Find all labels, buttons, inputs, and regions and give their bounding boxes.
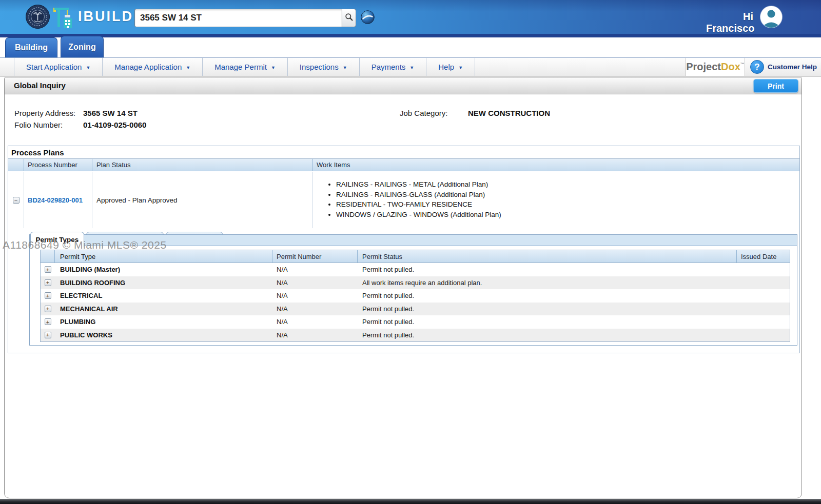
menu-label: Manage Application <box>114 63 182 71</box>
trademark-mark: ™ <box>740 62 745 67</box>
job-category-value: NEW CONSTRUCTION <box>468 109 550 117</box>
issued-date <box>737 303 790 316</box>
permit-row-building-roofing: BUILDING ROOFING N/A All work items requ… <box>41 276 790 290</box>
job-category-label: Job Category: <box>400 109 447 117</box>
permit-row-public-works: PUBLIC WORKS N/A Permit not pulled. <box>41 329 790 342</box>
customer-help-link[interactable]: ? Customer Help <box>745 58 821 76</box>
permit-status: Permit not pulled. <box>358 315 737 329</box>
projectdox-link[interactable]: ProjectDox™ <box>686 58 745 76</box>
col-permit-number: Permit Number <box>272 250 358 263</box>
permit-row-building-master: BUILDING (Master) N/A Permit not pulled. <box>41 263 790 276</box>
issued-date <box>737 289 790 303</box>
expand-row-button[interactable] <box>45 279 51 286</box>
magnifier-icon <box>345 13 354 24</box>
permit-types-table: Permit Type Permit Number Permit Status … <box>40 250 790 342</box>
menu-manage-permit[interactable]: Manage Permit <box>203 58 288 76</box>
permit-type: PUBLIC WORKS <box>55 329 272 342</box>
permit-status: Permit not pulled. <box>358 329 737 342</box>
process-plan-row: BD24-029820-001 Approved - Plan Approved… <box>8 172 799 228</box>
crane-logo-icon <box>53 5 77 31</box>
col-process-number: Process Number <box>24 159 92 171</box>
permit-number: N/A <box>272 276 358 290</box>
page-title: Global Inquiry <box>14 81 66 90</box>
folio-number-value: 01-4109-025-0060 <box>83 120 146 129</box>
chevron-down-icon <box>86 65 90 70</box>
global-inquiry-panel: Global Inquiry Print Property Address: 3… <box>4 77 802 498</box>
mls-watermark: A11868649 © Miami MLS® 2025 <box>3 239 167 251</box>
main-menubar: Start Application Manage Application Man… <box>0 57 821 76</box>
chevron-down-icon <box>186 65 190 70</box>
permit-type: BUILDING ROOFING <box>55 276 272 290</box>
permit-status: Permit not pulled. <box>358 289 737 303</box>
expand-row-button[interactable] <box>45 332 51 338</box>
col-permit-status: Permit Status <box>358 250 737 263</box>
permit-status: Permit not pulled. <box>358 303 737 316</box>
expand-row-button[interactable] <box>45 266 51 273</box>
search-button[interactable] <box>342 9 356 27</box>
plan-status-value: Approved - Plan Approved <box>92 172 313 228</box>
address-search <box>134 9 356 27</box>
permit-number: N/A <box>272 289 358 303</box>
bottom-edge-bar <box>0 499 821 504</box>
expand-column-header <box>8 159 24 171</box>
chevron-down-icon <box>271 65 276 70</box>
menu-manage-application[interactable]: Manage Application <box>103 58 203 76</box>
permit-row-mechanical-air: MECHANICAL AIR N/A Permit not pulled. <box>41 303 790 316</box>
permit-status: Permit not pulled. <box>358 263 737 276</box>
process-plans-title: Process Plans <box>11 146 64 158</box>
permit-row-plumbing: PLUMBING N/A Permit not pulled. <box>41 315 790 329</box>
chevron-down-icon <box>458 65 463 70</box>
permit-number: N/A <box>272 329 358 342</box>
permit-number: N/A <box>272 263 358 276</box>
permit-number: N/A <box>272 303 358 316</box>
app-header: IBUILD Hi Francisco <box>0 0 821 34</box>
expand-column-header <box>41 250 55 263</box>
user-greeting: Hi Francisco <box>706 11 753 34</box>
process-number-link[interactable]: BD24-029820-001 <box>28 196 83 204</box>
menu-help[interactable]: Help <box>426 58 475 76</box>
section-header-bar: Global Inquiry Print <box>5 77 802 94</box>
menu-inspections[interactable]: Inspections <box>288 58 360 76</box>
work-item: RAILINGS - RAILINGS - METAL (Additional … <box>336 179 799 190</box>
user-avatar[interactable] <box>760 6 782 28</box>
projectdox-gold-text: Dox <box>721 61 740 73</box>
customer-help-label: Customer Help <box>768 63 817 71</box>
work-item: WINDOWS / GLAZING - WINDOWS (Additional … <box>336 210 799 220</box>
issued-date <box>737 276 790 290</box>
menu-payments[interactable]: Payments <box>360 58 427 76</box>
print-button[interactable]: Print <box>753 79 798 93</box>
module-tabstrip: Building Zoning <box>0 34 821 57</box>
expand-row-button[interactable] <box>45 292 51 299</box>
city-of-miami-seal-icon <box>26 5 50 31</box>
col-work-items: Work Items <box>313 159 799 171</box>
menu-label: Inspections <box>300 63 339 71</box>
menu-label: Start Application <box>26 63 82 71</box>
col-permit-type: Permit Type <box>55 250 272 263</box>
collapse-row-button[interactable] <box>13 197 19 204</box>
permit-type: ELECTRICAL <box>55 289 272 303</box>
expand-row-button[interactable] <box>45 306 51 312</box>
folio-number-label: Folio Number: <box>14 120 63 129</box>
permit-row-electrical: ELECTRICAL N/A Permit not pulled. <box>41 289 790 303</box>
question-mark-icon: ? <box>750 60 764 74</box>
work-item: RAILINGS - RAILINGS-GLASS (Additional Pl… <box>336 190 799 200</box>
property-address-label: Property Address: <box>14 109 75 117</box>
property-address-value: 3565 SW 14 ST <box>83 109 138 117</box>
menu-label: Help <box>438 63 454 71</box>
tab-zoning[interactable]: Zoning <box>61 36 104 57</box>
permit-type: BUILDING (Master) <box>55 263 272 276</box>
globe-icon[interactable] <box>361 10 375 24</box>
issued-date <box>737 329 790 342</box>
process-plans-header-row: Process Number Plan Status Work Items <box>8 158 799 171</box>
permit-table-header: Permit Type Permit Number Permit Status … <box>41 250 790 263</box>
issued-date <box>737 315 790 329</box>
menu-start-application[interactable]: Start Application <box>14 58 103 76</box>
expand-row-button[interactable] <box>45 318 51 325</box>
permit-status: All work items require an additional pla… <box>358 276 737 290</box>
menu-label: Payments <box>372 63 406 71</box>
tab-building[interactable]: Building <box>5 37 57 57</box>
search-input[interactable] <box>134 9 342 27</box>
permit-number: N/A <box>272 315 358 329</box>
col-plan-status: Plan Status <box>92 159 313 171</box>
work-item: RESIDENTIAL - TWO-FAMILY RESIDENCE <box>336 199 799 210</box>
